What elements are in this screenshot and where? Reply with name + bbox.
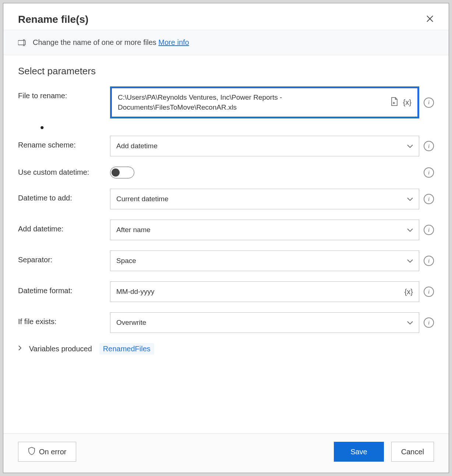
row-file-to-rename: File to rename: C:\Users\PA\Reynolds Ven…	[18, 86, 434, 118]
select-rename-scheme[interactable]: Add datetime	[110, 136, 419, 156]
label-if-file-exists: If file exists:	[18, 312, 110, 326]
info-datetime-format[interactable]: i	[424, 287, 434, 297]
svg-rect-0	[18, 40, 25, 45]
variable-picker-icon[interactable]: {x}	[405, 288, 413, 296]
cancel-label: Cancel	[401, 448, 424, 456]
select-if-file-exists[interactable]: Overwrite	[110, 312, 419, 333]
dialog-footer: On error Save Cancel	[3, 433, 449, 473]
subheader-text: Change the name of one or more files Mor…	[33, 38, 189, 47]
save-label: Save	[350, 448, 367, 456]
label-datetime-format: Datetime format:	[18, 281, 110, 295]
dialog-subheader: Change the name of one or more files Mor…	[3, 30, 449, 55]
label-datetime-to-add: Datetime to add:	[18, 189, 110, 202]
chevron-down-icon	[407, 142, 413, 150]
input-datetime-format[interactable]: MM-dd-yyyy {x}	[110, 281, 419, 302]
value-rename-scheme: Add datetime	[116, 141, 407, 151]
value-separator: Space	[116, 256, 407, 266]
select-separator[interactable]: Space	[110, 251, 419, 271]
info-rename-scheme[interactable]: i	[424, 141, 434, 151]
chevron-down-icon	[407, 319, 413, 327]
row-add-datetime: Add datetime: After name i	[18, 220, 434, 240]
close-icon	[426, 14, 434, 25]
info-use-custom-datetime[interactable]: i	[424, 167, 434, 178]
label-add-datetime: Add datetime:	[18, 220, 110, 233]
label-rename-scheme: Rename scheme:	[18, 136, 110, 149]
toggle-knob	[112, 168, 120, 177]
input-file-to-rename[interactable]: C:\Users\PA\Reynolds Ventures, Inc\Power…	[110, 86, 419, 118]
dialog-title: Rename file(s)	[18, 14, 88, 25]
label-separator: Separator:	[18, 251, 110, 264]
chevron-down-icon	[407, 257, 413, 265]
chevron-down-icon	[407, 226, 413, 234]
on-error-label: On error	[39, 448, 66, 456]
chevron-right-icon	[18, 344, 22, 353]
section-title: Select parameters	[18, 65, 434, 77]
info-add-datetime[interactable]: i	[424, 225, 434, 235]
info-if-file-exists[interactable]: i	[424, 317, 434, 328]
variables-produced-label: Variables produced	[29, 345, 92, 353]
bullet-decoration: •	[40, 126, 434, 129]
value-datetime-to-add: Current datetime	[116, 194, 407, 204]
rename-files-dialog: Rename file(s) Change the name of one or…	[3, 3, 449, 473]
row-use-custom-datetime: Use custom datetime: i	[18, 167, 434, 178]
label-file-to-rename: File to rename:	[18, 86, 110, 100]
row-datetime-to-add: Datetime to add: Current datetime i	[18, 189, 434, 209]
file-picker-icon[interactable]	[391, 97, 398, 108]
value-add-datetime: After name	[116, 225, 407, 235]
more-info-link[interactable]: More info	[158, 38, 189, 46]
row-separator: Separator: Space i	[18, 251, 434, 271]
variable-tag-renamedfiles[interactable]: RenamedFiles	[99, 343, 154, 355]
chevron-down-icon	[407, 195, 413, 203]
dialog-content: Select parameters File to rename: C:\Use…	[3, 55, 449, 433]
select-datetime-to-add[interactable]: Current datetime	[110, 189, 419, 209]
variables-produced-row[interactable]: Variables produced RenamedFiles	[18, 343, 434, 355]
shield-icon	[28, 447, 35, 457]
value-datetime-format: MM-dd-yyyy	[116, 287, 405, 297]
info-file-to-rename[interactable]: i	[424, 97, 434, 108]
toggle-use-custom-datetime[interactable]	[110, 167, 134, 178]
value-if-file-exists: Overwrite	[116, 318, 407, 328]
save-button[interactable]: Save	[334, 442, 384, 462]
dialog-header: Rename file(s)	[3, 3, 449, 30]
select-add-datetime[interactable]: After name	[110, 220, 419, 240]
rename-icon	[18, 39, 28, 46]
row-datetime-format: Datetime format: MM-dd-yyyy {x} i	[18, 281, 434, 302]
info-datetime-to-add[interactable]: i	[424, 194, 434, 204]
on-error-button[interactable]: On error	[18, 442, 76, 462]
info-separator[interactable]: i	[424, 256, 434, 266]
label-use-custom-datetime: Use custom datetime:	[18, 167, 110, 177]
row-rename-scheme: Rename scheme: Add datetime i	[18, 136, 434, 156]
variable-picker-icon[interactable]: {x}	[403, 98, 412, 107]
row-if-file-exists: If file exists: Overwrite i	[18, 312, 434, 333]
close-button[interactable]	[426, 14, 434, 25]
cancel-button[interactable]: Cancel	[391, 442, 434, 462]
subheader-text-content: Change the name of one or more files	[33, 38, 158, 46]
value-file-to-rename: C:\Users\PA\Reynolds Ventures, Inc\Power…	[118, 93, 391, 112]
